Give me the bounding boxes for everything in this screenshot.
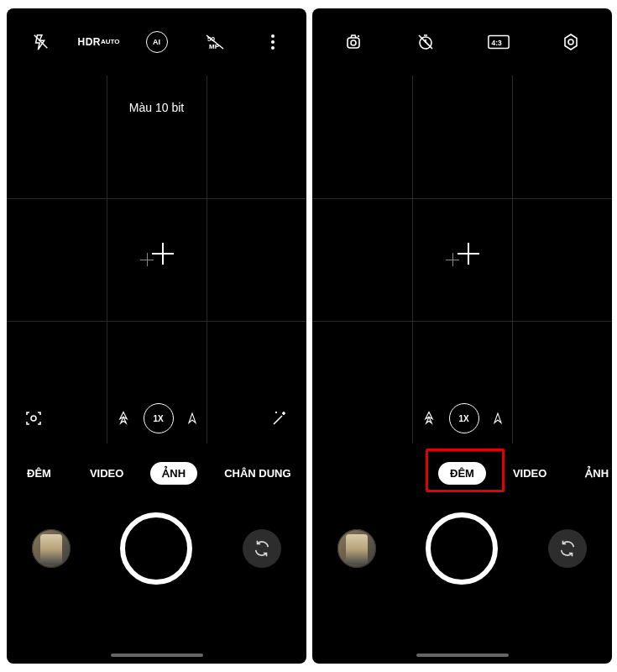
viewfinder-controls: 1X [7,402,306,435]
svg-point-10 [568,39,573,45]
zoom-level-button[interactable]: 1X [144,403,174,433]
gallery-thumbnail[interactable] [337,529,376,568]
zoom-controls: 1X [115,403,199,433]
aspect-ratio-icon[interactable]: 4:3 [487,30,510,54]
zoom-out-icon[interactable] [421,410,437,427]
hdr-auto-icon[interactable]: HDR AUTO [87,30,111,54]
ai-icon[interactable]: AI [145,30,169,54]
svg-point-4 [31,416,36,421]
camera-screen-photo-mode: HDR AUTO AI 50MP Màu 10 bit [7,8,306,664]
focus-indicator-icon [140,243,174,276]
shutter-button[interactable] [120,512,192,585]
hdr-text: HDR [77,37,101,47]
shutter-row [7,502,306,595]
google-lens-icon[interactable] [24,408,44,428]
mode-video[interactable]: VIDEO [501,462,558,485]
svg-point-6 [351,40,356,45]
mode-portrait[interactable]: CHÂN DUNG [212,462,302,485]
switch-camera-button[interactable] [548,529,587,568]
beauty-icon[interactable] [342,30,365,54]
shutter-row [312,502,612,595]
mode-selector[interactable]: ĐÊM VIDEO ẢNH CHÂN DUNG T [7,454,306,492]
zoom-out-icon[interactable] [115,410,132,427]
focus-indicator-icon [446,243,479,276]
top-toolbar: HDR AUTO AI 50MP [7,8,306,76]
viewfinder-controls: 1X [312,402,612,435]
settings-icon[interactable] [559,30,583,54]
zoom-label: 1X [458,414,468,423]
mode-night[interactable]: ĐÊM [15,462,63,485]
camera-screen-night-mode: 4:3 1X [312,8,612,664]
zoom-controls: 1X [421,403,505,433]
filters-icon[interactable] [269,408,290,428]
switch-camera-button[interactable] [243,529,281,568]
shutter-button[interactable] [426,512,498,585]
zoom-label: 1X [153,414,163,423]
home-indicator[interactable] [416,654,509,657]
mode-photo[interactable]: ẢNH [150,462,197,485]
zoom-in-icon[interactable] [186,410,199,427]
megapixel-icon[interactable]: 50MP [203,30,227,54]
zoom-level-button[interactable]: 1X [449,403,479,433]
viewfinder[interactable]: Màu 10 bit 1X [7,76,306,444]
more-icon[interactable] [261,30,285,54]
zoom-in-icon[interactable] [491,410,505,427]
viewfinder[interactable]: 1X [312,76,612,444]
mode-video[interactable]: VIDEO [78,462,135,485]
color-depth-label: Màu 10 bit [7,101,306,114]
flash-off-icon[interactable] [29,30,53,54]
ai-label: AI [146,31,168,53]
highlight-annotation [426,449,505,492]
top-toolbar: 4:3 [312,8,612,76]
svg-rect-5 [348,38,359,48]
home-indicator[interactable] [111,654,203,657]
mode-photo[interactable]: ẢNH [573,462,612,485]
timer-off-icon[interactable] [414,30,437,54]
hdr-sub: AUTO [101,39,120,45]
gallery-thumbnail[interactable] [32,529,71,568]
comparison-stage: HDR AUTO AI 50MP Màu 10 bit [0,0,617,672]
aspect-label: 4:3 [491,39,501,47]
